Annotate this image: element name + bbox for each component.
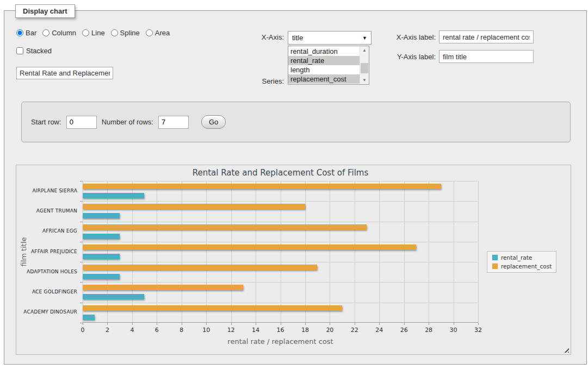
x-axis-tick	[404, 323, 405, 325]
x-axis-select-label: X-Axis:	[230, 33, 284, 41]
start-row-input[interactable]	[66, 116, 97, 129]
bar-replacement_cost	[83, 224, 367, 230]
x-axis-tick	[256, 323, 256, 325]
grid-line-vertical	[132, 181, 133, 322]
bar-rental_rate	[83, 213, 120, 218]
chart-type-radio-label: Spline	[120, 29, 140, 37]
bar-replacement_cost	[83, 265, 317, 270]
scrollbar-thumb[interactable]	[361, 63, 368, 73]
x-tick-label: 18	[294, 327, 316, 334]
stacked-checkbox-row[interactable]: Stacked	[16, 47, 52, 55]
grid-line-horizontal	[83, 242, 478, 242]
grid-line-vertical	[182, 181, 182, 322]
grid-line-vertical	[379, 181, 380, 322]
bar-rental_rate	[83, 294, 144, 299]
category-label: AFFAIR PREJUDICE	[16, 249, 77, 254]
x-tick-label: 20	[319, 327, 341, 334]
y-axis-tick	[80, 323, 83, 323]
bar-rental_rate	[83, 254, 120, 259]
bar-replacement_cost	[83, 285, 243, 290]
y-axis-tick	[80, 242, 83, 242]
x-axis-tick	[330, 323, 330, 325]
grid-line-horizontal	[83, 303, 478, 303]
y-axis-tick	[80, 181, 83, 181]
x-axis-label-caption: X-Axis label:	[350, 33, 436, 41]
series-option-rental_rate[interactable]: rental_rate	[288, 56, 360, 65]
grid-line-vertical	[404, 181, 405, 322]
x-axis-tick	[379, 323, 380, 325]
x-tick-label: 16	[270, 327, 292, 334]
x-tick-label: 12	[220, 327, 242, 334]
y-axis-label-input[interactable]	[439, 50, 534, 63]
grid-line-vertical	[83, 181, 83, 322]
category-label: AIRPLANE SIERRA	[16, 188, 77, 193]
y-axis-tick	[80, 262, 83, 262]
number-of-rows-input[interactable]	[158, 116, 189, 129]
series-option-rental_duration[interactable]: rental_duration	[288, 47, 360, 56]
x-axis-tick	[231, 323, 232, 325]
bar-replacement_cost	[83, 184, 441, 189]
series-label: Series:	[230, 77, 284, 85]
chart-legend: rental_ratereplacement_cost	[487, 251, 556, 273]
bar-rental_rate	[83, 274, 120, 279]
go-button[interactable]: Go	[201, 115, 226, 129]
series-option-replacement_cost[interactable]: replacement_cost	[288, 74, 360, 84]
stacked-checkbox[interactable]	[16, 47, 23, 54]
series-listbox[interactable]: rental_durationrental_ratelengthreplacem…	[288, 46, 369, 85]
chart-type-radio-label: Bar	[26, 29, 36, 37]
x-tick-label: 4	[121, 327, 143, 334]
y-axis-tick	[80, 282, 83, 283]
grid-line-vertical	[330, 181, 330, 322]
legend-item-rental_rate[interactable]: rental_rate	[492, 254, 552, 261]
y-axis-label-caption: Y-Axis label:	[350, 53, 436, 61]
chart-type-radio-area[interactable]	[146, 29, 153, 36]
start-row-label: Start row:	[31, 118, 61, 126]
grid-line-horizontal	[83, 201, 478, 202]
x-tick-label: 0	[72, 327, 94, 334]
x-tick-label: 2	[96, 327, 118, 334]
grid-line-vertical	[429, 181, 429, 322]
chart-type-option-spline[interactable]: Spline	[111, 29, 140, 37]
legend-swatch	[492, 263, 498, 269]
scroll-down-icon[interactable]: ▼	[360, 76, 369, 84]
x-axis-tick	[206, 323, 207, 325]
y-axis-tick	[80, 303, 83, 303]
page: Display chart BarColumnLineSplineArea St…	[0, 0, 588, 370]
resize-handle-icon[interactable]	[563, 347, 569, 353]
row-controls-box: Start row: Number of rows: Go	[21, 102, 571, 142]
bar-rental_rate	[83, 193, 144, 198]
chart-type-radio-bar[interactable]	[16, 29, 23, 36]
category-label: ACE GOLDFINGER	[16, 289, 77, 294]
x-axis-tick	[478, 323, 479, 325]
bar-replacement_cost	[83, 204, 305, 209]
grid-line-vertical	[107, 181, 108, 322]
bar-replacement_cost	[83, 244, 416, 250]
plot-area	[83, 181, 478, 323]
grid-line-vertical	[355, 181, 355, 322]
legend-swatch	[492, 254, 498, 261]
x-tick-label: 10	[195, 327, 217, 334]
x-axis-title: rental rate / replacement cost	[83, 337, 478, 346]
chart-type-radio-label: Column	[52, 29, 76, 37]
chart-type-option-line[interactable]: Line	[82, 29, 105, 37]
chart-type-option-area[interactable]: Area	[146, 29, 170, 37]
grid-line-vertical	[157, 181, 157, 322]
chart-type-radio-label: Line	[91, 29, 105, 37]
chart-type-radio-spline[interactable]	[111, 29, 118, 36]
chart-type-radio-column[interactable]	[42, 29, 49, 36]
y-axis-tick	[80, 222, 83, 222]
stacked-label: Stacked	[26, 47, 52, 55]
chart-type-option-column[interactable]: Column	[42, 29, 76, 37]
series-option-length[interactable]: length	[288, 65, 360, 74]
chart-title-input[interactable]	[16, 67, 113, 79]
legend-item-replacement_cost[interactable]: replacement_cost	[492, 263, 552, 269]
x-axis-selected-value: title	[292, 34, 303, 42]
x-axis-tick	[182, 323, 182, 325]
x-axis-tick	[429, 323, 429, 325]
listbox-scrollbar[interactable]: ▲ ▼	[360, 46, 369, 84]
grid-line-vertical	[206, 181, 207, 322]
chart-type-option-bar[interactable]: Bar	[16, 29, 36, 37]
x-axis-label-input[interactable]	[439, 30, 534, 43]
bar-rental_rate	[83, 315, 95, 320]
chart-type-radio-line[interactable]	[82, 29, 89, 36]
